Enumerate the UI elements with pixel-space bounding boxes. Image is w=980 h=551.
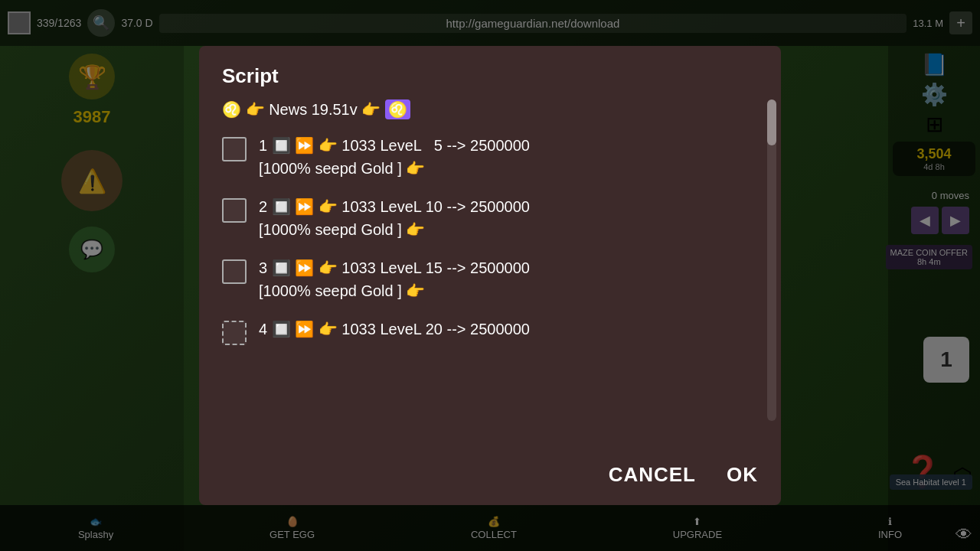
list-item: 4 🔲 ⏩ 👉 1033 LeveL 20 --> 2500000 — [222, 318, 758, 345]
item-3-line1: 3 🔲 ⏩ 👉 1033 LeveL 15 --> 2500000 — [259, 256, 530, 279]
dialog-title: Script — [222, 64, 758, 88]
checkbox-3[interactable] — [222, 259, 247, 284]
item-2-line1: 2 🔲 ⏩ 👉 1033 LeveL 10 --> 2500000 — [259, 195, 530, 218]
list-item: 1 🔲 ⏩ 👉 1033 LeveL 5 --> 2500000 [1000% … — [222, 134, 758, 180]
news-lion-left: ♌ 👉 — [222, 101, 269, 118]
news-lion-right: ♌ — [385, 99, 410, 119]
item-1-line2: [1000% seepd Gold ] 👉 — [259, 157, 530, 180]
list-item: 2 🔲 ⏩ 👉 1033 LeveL 10 --> 2500000 [1000%… — [222, 195, 758, 241]
news-text: News 19.51v — [269, 101, 361, 118]
item-text-3: 3 🔲 ⏩ 👉 1033 LeveL 15 --> 2500000 [1000%… — [259, 256, 530, 302]
dialog-scrollbar-thumb — [767, 99, 776, 145]
checkbox-2[interactable] — [222, 198, 247, 223]
item-2-line2: [1000% seepd Gold ] 👉 — [259, 218, 530, 241]
ok-button[interactable]: OK — [727, 463, 758, 487]
dialog-buttons: CANCEL OK — [222, 454, 758, 487]
list-item: 3 🔲 ⏩ 👉 1033 LeveL 15 --> 2500000 [1000%… — [222, 256, 758, 302]
items-list: 1 🔲 ⏩ 👉 1033 LeveL 5 --> 2500000 [1000% … — [222, 134, 758, 442]
item-3-line2: [1000% seepd Gold ] 👉 — [259, 279, 530, 302]
cancel-button[interactable]: CANCEL — [609, 463, 696, 487]
news-arrow-right: 👉 — [361, 101, 385, 118]
item-text-4: 4 🔲 ⏩ 👉 1033 LeveL 20 --> 2500000 — [259, 318, 530, 341]
item-text-1: 1 🔲 ⏩ 👉 1033 LeveL 5 --> 2500000 [1000% … — [259, 134, 530, 180]
dialog-overlay: Script ♌ 👉 News 19.51v 👉 ♌ 1 🔲 ⏩ 👉 1033 … — [0, 0, 980, 551]
checkbox-4[interactable] — [222, 321, 247, 345]
item-text-2: 2 🔲 ⏩ 👉 1033 LeveL 10 --> 2500000 [1000%… — [259, 195, 530, 241]
news-row: ♌ 👉 News 19.51v 👉 ♌ — [222, 100, 758, 119]
dialog-scrollbar[interactable] — [767, 99, 776, 421]
item-1-line1: 1 🔲 ⏩ 👉 1033 LeveL 5 --> 2500000 — [259, 134, 530, 157]
checkbox-1[interactable] — [222, 137, 247, 161]
script-dialog: Script ♌ 👉 News 19.51v 👉 ♌ 1 🔲 ⏩ 👉 1033 … — [199, 46, 781, 505]
item-4-line1: 4 🔲 ⏩ 👉 1033 LeveL 20 --> 2500000 — [259, 318, 530, 341]
